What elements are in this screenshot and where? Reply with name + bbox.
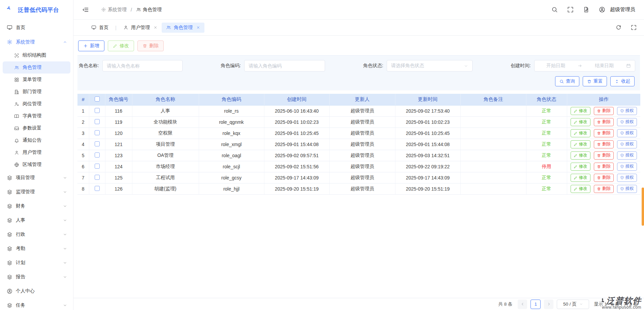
add-button[interactable]: 新增 [78, 40, 104, 51]
inbox-icon [14, 126, 19, 131]
collapse-filters-button[interactable]: 收起 [610, 76, 635, 86]
row-checkbox[interactable] [95, 141, 100, 146]
tab-0[interactable]: 首页 [87, 23, 113, 33]
sidebar-item-9[interactable]: 通知公告 [3, 134, 70, 146]
cell-created: 2025-09-01 10:02:23 [264, 116, 329, 128]
row-authorize-button[interactable]: 授权 [617, 185, 637, 193]
row-edit-button[interactable]: 修改 [571, 129, 590, 137]
sidebar-item-11[interactable]: 区域管理 [3, 159, 70, 171]
layers-icon [7, 232, 12, 237]
row-authorize-button[interactable]: 授权 [617, 107, 637, 115]
sidebar-item-2[interactable]: 组织结构图 [3, 49, 70, 61]
avatar-icon[interactable] [599, 6, 605, 13]
current-user[interactable]: 超级管理员 [610, 6, 635, 13]
role-status-select[interactable]: 请选择角色状态 [387, 60, 473, 72]
tab-close-icon[interactable] [196, 26, 200, 29]
cell-index: 5 [77, 150, 89, 161]
query-button[interactable]: 查询 [555, 76, 579, 86]
scrollbar-thumb[interactable] [642, 188, 644, 226]
row-checkbox[interactable] [95, 108, 100, 113]
row-authorize-button[interactable]: 授权 [617, 140, 637, 148]
sidebar-item-0[interactable]: 首页 [3, 20, 70, 35]
row-authorize-button[interactable]: 授权 [617, 163, 637, 171]
row-delete-button[interactable]: 删除 [594, 151, 614, 160]
sidebar-item-8[interactable]: 参数设置 [3, 122, 70, 134]
row-edit-button[interactable]: 修改 [571, 163, 590, 171]
sidebar-item-6[interactable]: 岗位管理 [3, 98, 70, 110]
row-edit-button[interactable]: 修改 [571, 140, 590, 148]
sidebar-item-21[interactable]: 任务 [3, 298, 70, 310]
table-row: 1 116 人事 role_rs 2025-06-10 16:43:40 超级管… [77, 105, 640, 116]
role-code-input[interactable] [244, 60, 325, 72]
row-authorize-button[interactable]: 授权 [617, 118, 637, 126]
delete-button[interactable]: 删除 [137, 40, 164, 51]
row-delete-button[interactable]: 删除 [594, 129, 614, 137]
chevron-down-icon [63, 218, 67, 222]
sidebar-item-7[interactable]: 字典管理 [3, 110, 70, 122]
row-edit-button[interactable]: 修改 [571, 174, 590, 182]
collapse-sidebar-icon[interactable] [82, 6, 89, 13]
tab-2[interactable]: 角色管理 [162, 23, 204, 33]
row-edit-button[interactable]: 修改 [571, 118, 590, 126]
refresh-icon[interactable] [616, 25, 621, 30]
row-authorize-button[interactable]: 授权 [617, 129, 637, 137]
calendar-icon [626, 63, 631, 68]
row-delete-button[interactable]: 删除 [594, 163, 614, 171]
row-checkbox[interactable] [95, 119, 100, 124]
sidebar-item-17[interactable]: 考勤 [3, 242, 70, 256]
page-size-select[interactable]: 50 / 页 [557, 300, 589, 309]
current-page-button[interactable]: 1 [530, 300, 541, 309]
row-checkbox[interactable] [95, 186, 100, 191]
row-delete-button[interactable]: 删除 [594, 174, 614, 182]
row-delete-button[interactable]: 删除 [594, 107, 614, 115]
fullscreen-content-icon[interactable] [631, 25, 637, 30]
select-all-checkbox[interactable] [95, 96, 100, 102]
sidebar-item-3[interactable]: 角色管理 [3, 61, 70, 74]
sidebar-item-12[interactable]: 项目管理 [3, 171, 70, 185]
tab-label: 用户管理 [131, 25, 150, 31]
cell-updated: 2025-09-17 14:43:09 [395, 172, 460, 183]
row-delete-button[interactable]: 删除 [594, 140, 614, 148]
sidebar-item-label: 参数设置 [23, 125, 41, 131]
sidebar-item-16[interactable]: 行政 [3, 227, 70, 242]
tab-1[interactable]: 用户管理 [119, 23, 162, 33]
row-authorize-button[interactable]: 授权 [617, 174, 637, 182]
row-checkbox[interactable] [95, 164, 100, 169]
row-delete-button[interactable]: 删除 [594, 185, 614, 193]
row-edit-button[interactable]: 修改 [571, 151, 590, 160]
theme-settings-icon[interactable] [583, 6, 589, 13]
sidebar-item-14[interactable]: 财务 [3, 199, 70, 213]
sidebar-item-18[interactable]: 计划 [3, 256, 70, 270]
breadcrumb-section-label: 系统管理 [108, 7, 127, 13]
sidebar-item-5[interactable]: 部门管理 [3, 86, 70, 98]
cell-role-name: 胡建(监理) [132, 183, 199, 194]
row-checkbox[interactable] [95, 175, 100, 180]
next-page-button[interactable] [544, 300, 553, 309]
row-checkbox[interactable] [95, 130, 100, 135]
sidebar-item-19[interactable]: 报告 [3, 270, 70, 284]
sidebar-item-1[interactable]: 系统管理 [3, 35, 70, 49]
prev-page-button[interactable] [518, 300, 527, 309]
row-authorize-button[interactable]: 授权 [617, 151, 637, 160]
row-delete-button[interactable]: 删除 [594, 118, 614, 126]
sidebar-item-13[interactable]: 监理管理 [3, 185, 70, 199]
status-badge: 正常 [542, 152, 551, 158]
cell-index: 6 [77, 161, 89, 172]
breadcrumb-section[interactable]: 系统管理 [101, 7, 127, 13]
row-edit-button[interactable]: 修改 [571, 107, 590, 115]
row-edit-button[interactable]: 修改 [571, 185, 590, 193]
sidebar-item-label: 部门管理 [23, 89, 41, 95]
sidebar-item-15[interactable]: 人事 [3, 213, 70, 227]
shield-icon [620, 165, 624, 169]
tab-close-icon[interactable] [154, 26, 157, 29]
date-range-picker[interactable]: 开始日期 结束日期 [534, 60, 635, 72]
reset-button[interactable]: 重置 [583, 76, 607, 86]
sidebar-item-10[interactable]: 用户管理 [3, 146, 70, 159]
edit-button[interactable]: 修改 [108, 40, 134, 51]
search-icon[interactable] [551, 6, 558, 13]
role-name-input[interactable] [102, 60, 183, 72]
sidebar-item-20[interactable]: 个人中心 [3, 284, 70, 298]
row-checkbox[interactable] [95, 152, 100, 158]
sidebar-item-4[interactable]: 菜单管理 [3, 74, 70, 86]
fullscreen-icon[interactable] [567, 6, 574, 13]
